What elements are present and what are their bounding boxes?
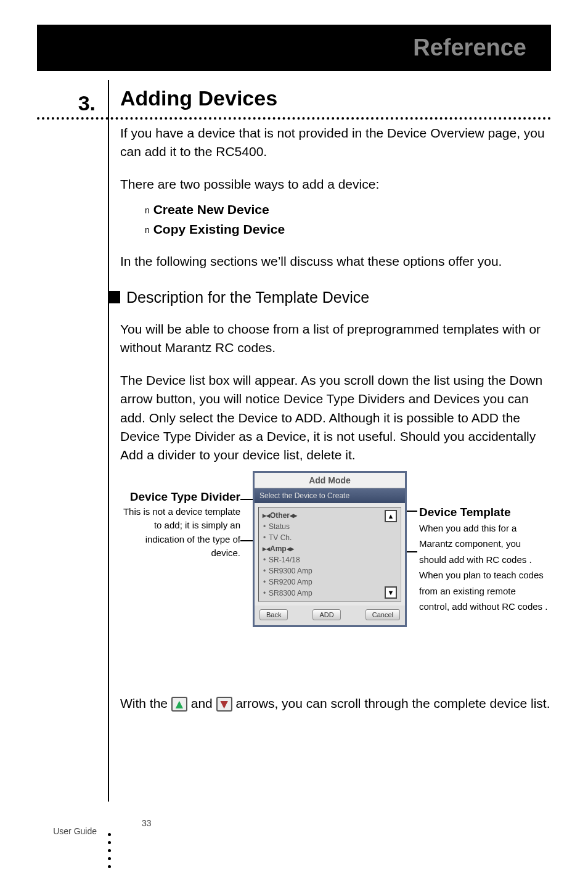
options-list: n Create New Device n Copy Existing Devi… xyxy=(145,200,551,239)
footer-label: User Guide xyxy=(37,825,108,836)
scroll-up-button[interactable]: ▲ xyxy=(385,510,397,522)
list-item[interactable]: ▸◂ Other ◂▸ xyxy=(263,510,397,521)
callout-left: Device Type Divider This is not a device… xyxy=(114,490,240,560)
section-number: 3. xyxy=(37,86,108,115)
scroll-note-post: arrows, you can scroll through the compl… xyxy=(235,696,550,710)
footer-dots xyxy=(108,828,112,865)
subheading-row: Description for the Template Device xyxy=(108,289,551,306)
list-marker: n xyxy=(145,205,150,215)
section-title: Adding Devices xyxy=(120,86,551,110)
back-button[interactable]: Back xyxy=(259,609,288,620)
sub-paragraph-2: The Device list box will appear. As you … xyxy=(120,371,551,465)
page-number: 33 xyxy=(142,818,152,828)
callout-left-body: This is not a device template to add; it… xyxy=(114,505,240,560)
add-button[interactable]: ADD xyxy=(312,609,340,620)
option-2: n Copy Existing Device xyxy=(145,220,551,239)
footer: User Guide xyxy=(37,825,108,836)
list-item[interactable]: •SR-14/18 xyxy=(263,554,397,565)
intro-paragraph: If you have a device that is not provide… xyxy=(120,124,551,162)
subheading: Description for the Template Device xyxy=(126,289,369,306)
callout-right-title: Device Template xyxy=(419,505,549,520)
callout-right: Device Template When you add this for a … xyxy=(419,505,549,615)
screenshot-list: ▲ ▸◂ Other ◂▸ •Status •TV Ch. ▸◂ Amp ◂▸ … xyxy=(258,507,401,602)
screenshot-subtitle: Select the Device to Create xyxy=(255,488,405,503)
subheading-marker xyxy=(108,291,120,303)
sub-paragraph-1: You will be able to choose from a list o… xyxy=(120,320,551,358)
list-item[interactable]: •Status xyxy=(263,521,397,532)
dotted-rule xyxy=(37,117,551,120)
cancel-button[interactable]: Cancel xyxy=(365,609,400,620)
callout-right-body: When you add this for a Marantz componen… xyxy=(419,520,549,615)
list-item[interactable]: •SR9200 Amp xyxy=(263,577,397,588)
scroll-note-pre: With the xyxy=(120,696,171,710)
scroll-note-mid: and xyxy=(191,696,216,710)
figure: Device Type Divider This is not a device… xyxy=(120,471,551,681)
option-1: n Create New Device xyxy=(145,200,551,220)
header-title: Reference xyxy=(413,35,526,61)
header-bar: Reference xyxy=(37,25,551,71)
option-1-label: Create New Device xyxy=(153,202,269,216)
device-screenshot: Add Mode Select the Device to Create ▲ ▸… xyxy=(253,471,407,627)
list-item[interactable]: •SR8300 Amp xyxy=(263,588,397,599)
down-arrow-icon: ▼ xyxy=(216,697,232,712)
screenshot-buttons: Back ADD Cancel xyxy=(255,605,405,625)
ways-intro: There are two possible ways to add a dev… xyxy=(120,175,551,194)
list-marker: n xyxy=(145,225,150,235)
option-2-label: Copy Existing Device xyxy=(153,222,285,236)
scroll-note: With the ▲ and ▼ arrows, you can scroll … xyxy=(120,694,551,713)
scroll-down-button[interactable]: ▼ xyxy=(385,586,397,599)
list-item[interactable]: ▸◂ Amp ◂▸ xyxy=(263,543,397,554)
list-item[interactable]: •SR9300 Amp xyxy=(263,565,397,577)
callout-left-title: Device Type Divider xyxy=(114,490,240,505)
screenshot-title: Add Mode xyxy=(255,473,405,488)
up-arrow-icon: ▲ xyxy=(171,697,187,712)
follow-paragraph: In the following sections we’ll discuss … xyxy=(120,252,551,271)
content: 3. Adding Devices If you have a device t… xyxy=(37,86,551,719)
list-item[interactable]: •TV Ch. xyxy=(263,532,397,543)
